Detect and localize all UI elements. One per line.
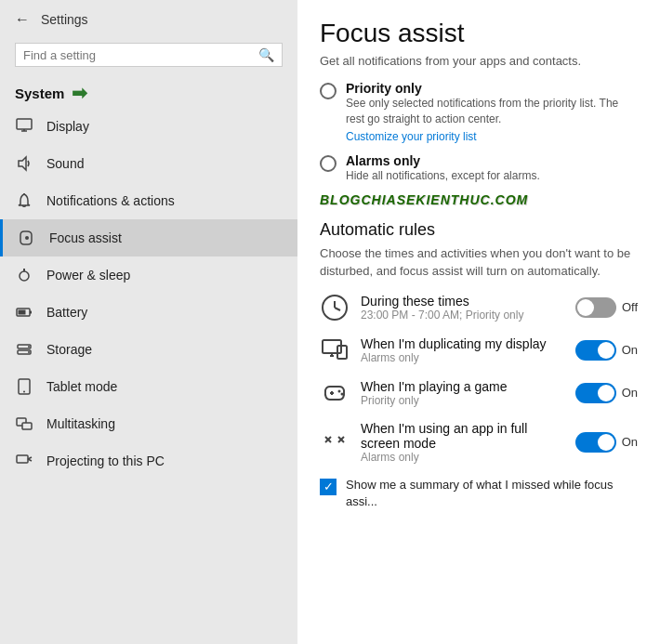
focus-icon	[18, 229, 36, 247]
game-toggle-label: On	[622, 386, 638, 400]
system-label: System ➡	[0, 74, 297, 108]
duplicating-toggle-wrap[interactable]: On	[575, 340, 638, 361]
svg-point-14	[28, 351, 30, 353]
multitasking-icon	[15, 414, 33, 433]
back-button[interactable]: ←	[15, 11, 30, 28]
sidebar-item-focus[interactable]: Focus assist ➡	[0, 219, 297, 256]
alarms-only-radio[interactable]	[320, 155, 337, 172]
svg-point-5	[25, 236, 29, 240]
svg-point-31	[338, 389, 341, 392]
page-title: Focus assist	[320, 19, 638, 48]
during-times-toggle-label: Off	[622, 300, 638, 314]
duplicating-text: When I'm duplicating my display Alarms o…	[361, 336, 564, 364]
tablet-icon	[15, 377, 33, 396]
gamepad-icon	[320, 378, 350, 408]
storage-label: Storage	[46, 342, 92, 357]
fullscreen-toggle-label: On	[622, 435, 638, 449]
fullscreen-toggle[interactable]	[575, 432, 616, 453]
storage-icon	[15, 340, 33, 359]
power-icon	[15, 266, 33, 284]
fullscreen-toggle-wrap[interactable]: On	[575, 432, 638, 453]
sidebar-item-storage[interactable]: Storage	[0, 331, 297, 368]
automatic-rules-heading: Automatic rules	[320, 220, 638, 240]
svg-rect-19	[17, 455, 28, 463]
notifications-icon	[15, 191, 33, 210]
rule-game: When I'm playing a game Priority only On	[320, 378, 638, 408]
fullscreen-text: When I'm using an app in full screen mod…	[361, 421, 564, 464]
search-input[interactable]	[23, 48, 258, 62]
search-icon: 🔍	[258, 47, 274, 62]
sidebar-item-display[interactable]: Display	[0, 108, 297, 145]
svg-marker-3	[19, 157, 26, 170]
notifications-label: Notifications & actions	[46, 193, 175, 208]
page-subtitle: Get all notifications from your apps and…	[320, 54, 638, 68]
priority-only-radio[interactable]	[320, 83, 337, 99]
focus-label: Focus assist	[49, 230, 122, 245]
sidebar-item-power[interactable]: Power & sleep	[0, 256, 297, 294]
svg-rect-18	[22, 423, 32, 429]
search-box[interactable]: 🔍	[15, 43, 283, 67]
automatic-rules-desc: Choose the times and activities when you…	[320, 245, 638, 279]
watermark: BLOGCHIASEKIENTHUC.COM	[320, 192, 638, 207]
game-text: When I'm playing a game Priority only	[361, 379, 564, 407]
svg-point-16	[23, 391, 25, 393]
sidebar-item-sound[interactable]: Sound	[0, 145, 297, 182]
priority-only-text: Priority only See only selected notifica…	[346, 81, 638, 144]
sidebar-item-tablet[interactable]: Tablet mode	[0, 368, 297, 405]
tablet-label: Tablet mode	[46, 379, 117, 394]
sound-label: Sound	[46, 156, 84, 171]
fullscreen-icon	[320, 427, 350, 457]
summary-checkbox[interactable]: ✓	[320, 479, 337, 495]
svg-line-24	[335, 308, 340, 310]
svg-rect-9	[30, 311, 32, 314]
sidebar: ← Settings 🔍 System ➡ Display Sound Noti…	[0, 0, 297, 644]
checkmark-icon: ✓	[323, 480, 334, 493]
svg-point-13	[28, 346, 30, 348]
sidebar-item-projecting[interactable]: Projecting to this PC	[0, 442, 297, 480]
rule-fullscreen: When I'm using an app in full screen mod…	[320, 421, 638, 464]
game-toggle[interactable]	[575, 383, 616, 403]
monitor-icon	[320, 335, 350, 365]
priority-only-option[interactable]: Priority only See only selected notifica…	[320, 81, 638, 144]
game-toggle-wrap[interactable]: On	[575, 383, 638, 403]
sound-icon	[15, 154, 33, 173]
summary-checkbox-row[interactable]: ✓ Show me a summary of what I missed whi…	[320, 477, 638, 510]
svg-point-32	[341, 392, 344, 395]
display-icon	[15, 117, 33, 136]
sidebar-item-multitasking[interactable]: Multitasking	[0, 405, 297, 442]
duplicating-toggle[interactable]	[575, 340, 616, 361]
during-times-text: During these times 23:00 PM - 7:00 AM; P…	[361, 294, 564, 322]
svg-point-6	[20, 271, 29, 281]
sidebar-item-notifications[interactable]: Notifications & actions	[0, 182, 297, 219]
system-arrow-icon: ➡	[72, 82, 87, 104]
display-label: Display	[46, 119, 89, 134]
svg-rect-10	[19, 310, 26, 315]
projecting-label: Projecting to this PC	[46, 453, 165, 468]
power-label: Power & sleep	[46, 268, 130, 283]
rule-during-times: During these times 23:00 PM - 7:00 AM; P…	[320, 293, 638, 322]
summary-checkbox-label: Show me a summary of what I missed while…	[346, 477, 638, 510]
clock-icon	[320, 293, 350, 322]
multitasking-label: Multitasking	[46, 416, 115, 431]
sidebar-header: ← Settings	[0, 0, 297, 39]
during-times-toggle-wrap[interactable]: Off	[575, 297, 638, 318]
sidebar-title: Settings	[41, 12, 88, 27]
alarms-only-text: Alarms only Hide all notifications, exce…	[346, 153, 540, 184]
during-times-toggle[interactable]	[575, 297, 616, 318]
duplicating-toggle-label: On	[622, 343, 638, 357]
alarms-only-option[interactable]: Alarms only Hide all notifications, exce…	[320, 153, 638, 184]
main-content: Focus assist Get all notifications from …	[297, 0, 660, 644]
rule-duplicating: When I'm duplicating my display Alarms o…	[320, 335, 638, 365]
customize-priority-link[interactable]: Customize your priority list	[346, 130, 477, 143]
sidebar-item-battery[interactable]: Battery	[0, 294, 297, 331]
battery-label: Battery	[46, 305, 87, 320]
svg-rect-0	[17, 119, 32, 129]
battery-icon	[15, 303, 33, 322]
projecting-icon	[15, 452, 33, 470]
